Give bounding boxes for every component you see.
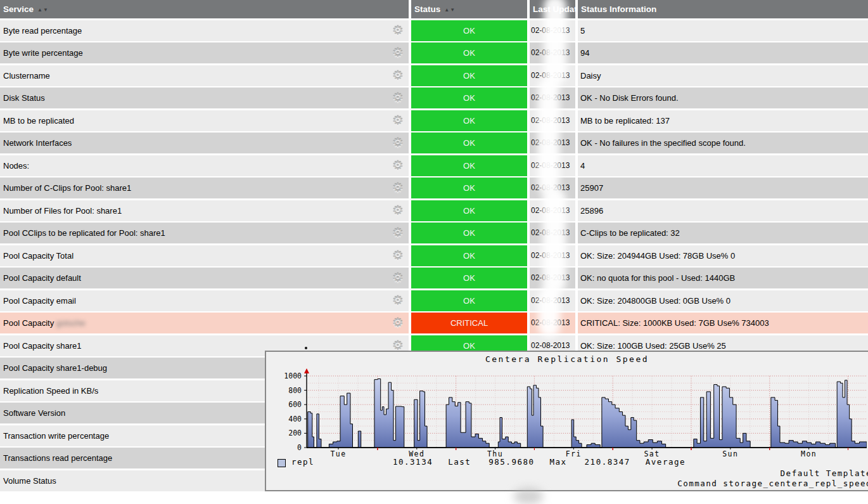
status-badge[interactable]: OK: [411, 155, 527, 176]
last-update-value: 02-08-2013: [530, 65, 575, 86]
status-badge[interactable]: OK: [411, 245, 527, 266]
gear-icon[interactable]: ⚙: [392, 110, 404, 131]
status-badge[interactable]: OK: [411, 20, 527, 41]
status-badge[interactable]: OK: [411, 110, 527, 131]
last-update-value: 02-08-2013: [530, 268, 575, 288]
sort-arrows-icon[interactable]: ▲▼: [444, 7, 456, 13]
stat-value: 985.9680: [488, 457, 534, 467]
gear-icon[interactable]: ⚙: [392, 200, 404, 221]
status-information: MB to be replicated: 137: [578, 110, 868, 131]
status-badge[interactable]: OK: [411, 178, 527, 198]
status-information: Daisy: [578, 65, 868, 86]
gear-icon[interactable]: ⚙: [392, 87, 404, 108]
gear-icon[interactable]: ⚙: [392, 290, 404, 311]
svg-text:Sun: Sun: [722, 449, 738, 458]
gear-icon[interactable]: ⚙: [392, 132, 404, 153]
last-update-value: 02-08-2013: [530, 110, 575, 131]
svg-text:400: 400: [288, 415, 302, 423]
status-badge[interactable]: OK: [411, 200, 527, 221]
stat-label: Max: [550, 457, 567, 467]
status-badge[interactable]: OK: [411, 42, 527, 63]
table-row: Nodes:⚙OK02-08-20134: [0, 155, 868, 176]
last-update-value: 02-08-2013: [530, 20, 575, 41]
service-name[interactable]: Clustername⚙: [0, 65, 409, 86]
chart-template-label: Default Template: [781, 468, 868, 478]
legend-stats: 10.3134Last985.9680Max210.8347Average: [393, 457, 703, 467]
svg-text:1000: 1000: [284, 372, 302, 380]
status-information: CRITICAL: Size: 1000KB Used: 7GB Use% 73…: [578, 313, 868, 333]
svg-text:Mon: Mon: [801, 449, 817, 458]
last-update-value: 02-08-2013: [530, 132, 575, 153]
gear-icon[interactable]: ⚙: [392, 42, 404, 63]
gear-icon[interactable]: ⚙: [392, 268, 404, 288]
last-update-value: 02-08-2013: [530, 223, 575, 243]
service-name[interactable]: Number of C-Clips for Pool: share1⚙: [0, 178, 409, 198]
gear-icon[interactable]: ⚙: [392, 65, 404, 86]
gear-icon[interactable]: ⚙: [392, 155, 404, 176]
status-information: 5: [578, 20, 868, 41]
status-badge[interactable]: OK: [411, 290, 527, 311]
redaction-smudge: [513, 488, 544, 504]
stray-dot: [305, 347, 307, 349]
stat-value: 10.3134: [393, 457, 433, 467]
column-header-last-update: Last Update: [530, 0, 575, 18]
table-row: Disk Status⚙OK02-08-2013OK - No Disk Err…: [0, 87, 868, 108]
sort-arrows-icon[interactable]: ▲▼: [37, 7, 49, 13]
table-row: Pool Capacity default⚙OK02-08-2013OK: no…: [0, 268, 868, 288]
status-badge[interactable]: OK: [411, 268, 527, 288]
gear-icon[interactable]: ⚙: [392, 178, 404, 198]
status-information: OK: no quota for this pool - Used: 1440G…: [578, 268, 868, 288]
column-header-status[interactable]: Status▲▼: [411, 0, 527, 18]
service-name[interactable]: Pool Capacity gotsche⚙: [0, 313, 409, 333]
last-update-value: 02-08-2013: [530, 42, 575, 63]
gear-icon[interactable]: ⚙: [392, 313, 404, 333]
gear-icon[interactable]: ⚙: [392, 245, 404, 266]
service-name[interactable]: Pool Capacity email⚙: [0, 290, 409, 311]
status-badge[interactable]: OK: [411, 223, 527, 243]
column-header-service[interactable]: Service▲▼: [0, 0, 409, 18]
service-name[interactable]: Byte write percentage⚙: [0, 42, 409, 63]
service-name[interactable]: Pool Capacity Total⚙: [0, 245, 409, 266]
status-badge[interactable]: OK: [411, 87, 527, 108]
service-name[interactable]: Pool CClips to be replicated for Pool: s…: [0, 223, 409, 243]
status-information: OK - No failures in the specified scope …: [578, 132, 868, 153]
service-name[interactable]: Byte read percentage⚙: [0, 20, 409, 41]
status-information: OK: Size: 204944GB Used: 78GB Use% 0: [578, 245, 868, 266]
redacted-service-name: gotsche: [56, 318, 86, 328]
svg-text:0: 0: [297, 443, 302, 452]
status-badge[interactable]: OK: [411, 65, 527, 86]
table-row: Pool Capacity email⚙OK02-08-2013OK: Size…: [0, 290, 868, 311]
last-update-value: 02-08-2013: [530, 155, 575, 176]
service-name[interactable]: Number of Files for Pool: share1⚙: [0, 200, 409, 221]
table-row: Pool CClips to be replicated for Pool: s…: [0, 223, 868, 243]
table-row: Pool Capacity Total⚙OK02-08-2013OK: Size…: [0, 245, 868, 266]
status-badge[interactable]: OK: [411, 132, 527, 153]
status-badge[interactable]: CRITICAL: [411, 313, 527, 333]
status-information: 94: [578, 42, 868, 63]
last-update-value: 02-08-2013: [530, 245, 575, 266]
status-information: 25896: [578, 200, 868, 221]
gear-icon[interactable]: ⚙: [392, 223, 404, 243]
replication-speed-graph-popup[interactable]: Centera Replication Speed 02004006008001…: [265, 351, 868, 491]
table-row: MB to be replicated⚙OK02-08-2013MB to be…: [0, 110, 868, 131]
stat-label: Average: [646, 457, 686, 467]
table-row: Byte write percentage⚙OK02-08-201394: [0, 42, 868, 63]
service-name[interactable]: MB to be replicated⚙: [0, 110, 409, 131]
service-name[interactable]: Disk Status⚙: [0, 87, 409, 108]
gear-icon[interactable]: ⚙: [392, 20, 404, 41]
service-name[interactable]: Pool Capacity default⚙: [0, 268, 409, 288]
column-header-status-information: Status Information: [578, 0, 868, 18]
service-name[interactable]: Network Interfaces⚙: [0, 132, 409, 153]
stat-value: 210.8347: [585, 457, 630, 467]
last-update-value: 02-08-2013: [530, 290, 575, 311]
legend-swatch-repl: [278, 459, 286, 467]
status-information: OK: Size: 204800GB Used: 0GB Use% 0: [578, 290, 868, 311]
service-name[interactable]: Nodes:⚙: [0, 155, 409, 176]
last-update-value: 02-08-2013: [530, 313, 575, 333]
status-information: 4: [578, 155, 868, 176]
status-information: C-Clips to be replicated: 32: [578, 223, 868, 243]
table-row: Number of C-Clips for Pool: share1⚙OK02-…: [0, 178, 868, 198]
status-information: 25907: [578, 178, 868, 198]
table-row: Number of Files for Pool: share1⚙OK02-08…: [0, 200, 868, 221]
svg-text:200: 200: [288, 429, 302, 437]
